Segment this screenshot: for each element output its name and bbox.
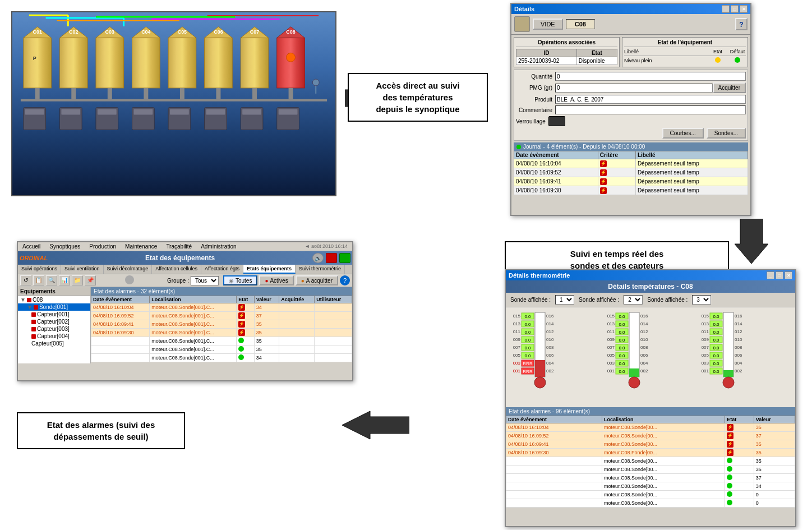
menu-maintenance[interactable]: Maintenance: [121, 242, 162, 251]
subnav-thermometrie[interactable]: Suivi thermométrie: [296, 265, 345, 274]
capteur-status-icon: [31, 327, 36, 331]
menu-production[interactable]: Production: [85, 242, 121, 251]
tb-btn-2[interactable]: 📋: [33, 275, 44, 285]
maximize-button[interactable]: □: [731, 5, 739, 13]
svg-text:004: 004: [735, 361, 742, 366]
alarm-col-user: Utilisateur: [315, 296, 352, 303]
svg-rect-46: [61, 109, 80, 115]
filter-actives[interactable]: ● Actives: [259, 275, 293, 285]
journal-date: 04/08/10 16:09:52: [514, 168, 598, 177]
speaker-icon[interactable]: 🔊: [312, 253, 324, 263]
svg-text:C01: C01: [33, 29, 42, 35]
produit-input[interactable]: [555, 95, 746, 104]
subnav-cellules[interactable]: Affectation cellules: [152, 265, 201, 274]
tb-btn-5[interactable]: 📁: [72, 275, 83, 285]
svg-text:0.0: 0.0: [713, 314, 719, 319]
svg-text:C07: C07: [250, 29, 259, 35]
sonde3-select[interactable]: 312: [692, 295, 711, 305]
thermo-minimize[interactable]: _: [767, 271, 774, 279]
journal-col-date: Date évènement: [514, 151, 598, 159]
courbes-button[interactable]: Courbes...: [662, 128, 704, 139]
critere-icon: ⚡: [600, 187, 607, 194]
svg-rect-24: [144, 88, 148, 99]
journal-date: 04/08/10 16:10:04: [514, 159, 598, 168]
sonde2-select[interactable]: 213: [624, 295, 643, 305]
svg-point-160: [723, 377, 734, 388]
svg-text:0.0: 0.0: [524, 353, 531, 358]
subnav-decolmatage[interactable]: Suivi décolmatage: [104, 265, 153, 274]
subnav-ventilation[interactable]: Suivi ventilation: [61, 265, 104, 274]
tb-btn-3[interactable]: 🔍: [46, 275, 57, 285]
vide-button[interactable]: VIDE: [533, 19, 563, 30]
svg-text:015: 015: [513, 314, 521, 319]
quantite-input[interactable]: [555, 72, 746, 81]
menu-accueil[interactable]: Accueil: [18, 242, 45, 251]
pmg-input[interactable]: [555, 84, 713, 93]
tree-item-capteur004[interactable]: Capteur[004]: [18, 333, 90, 340]
svg-rect-89: [535, 360, 545, 377]
journal-critere: ⚡: [598, 177, 635, 186]
tree-item-capteur002[interactable]: Capteur[002]: [18, 318, 90, 325]
subnav-egts[interactable]: Affectation égts: [201, 265, 243, 274]
tree-header: Equipements: [18, 287, 90, 296]
filter-acquitter[interactable]: ● A acquitter: [296, 275, 338, 285]
svg-text:005: 005: [513, 353, 521, 358]
top-label: Accès direct au suivi des températures d…: [348, 73, 488, 122]
svg-text:0.0: 0.0: [524, 314, 531, 319]
ok-dot: [727, 483, 732, 488]
refresh-button[interactable]: ↺: [20, 275, 31, 285]
svg-text:013: 013: [607, 321, 615, 326]
tree-item-capteur005[interactable]: Capteur[005]: [18, 340, 90, 347]
thermo-close[interactable]: ✕: [785, 271, 792, 279]
subnav-etats[interactable]: Etats équipements: [243, 265, 296, 274]
alarm-icon: ⚡: [238, 321, 245, 328]
alarm-col-acq: Acquittée: [279, 296, 315, 303]
tree-item-sonde001[interactable]: ▼ Sonde[001]: [18, 303, 90, 311]
expand-icon: ▼: [20, 297, 26, 303]
acquitter-button[interactable]: Acquitter: [713, 82, 746, 93]
svg-point-125: [629, 377, 640, 388]
table-row: 04/08/10 16:09:41 ⚡ Dépassement seuil te…: [514, 177, 748, 186]
thermo-maximize[interactable]: □: [776, 271, 783, 279]
sonde1-select[interactable]: 123: [555, 295, 574, 305]
menu-synoptiques[interactable]: Synoptiques: [45, 242, 85, 251]
etat-window: Accueil Synoptiques Production Maintenan…: [17, 241, 353, 381]
svg-text:010: 010: [546, 337, 554, 342]
svg-text:012: 012: [640, 329, 648, 334]
journal-critere: ⚡: [598, 186, 635, 195]
group-select[interactable]: Tous: [191, 276, 219, 285]
svg-text:C02: C02: [69, 29, 78, 35]
etat-time: ◄ août 2010 16:14: [301, 242, 352, 251]
tb-btn-4[interactable]: 📊: [59, 275, 70, 285]
etat-header-title: Etat des équipements: [145, 254, 215, 262]
operations-table: ID Etat 255-2010039-02 Disponible: [516, 49, 617, 65]
tree-item-capteur001[interactable]: Capteur[001]: [18, 311, 90, 318]
help-circle-icon[interactable]: ?: [340, 275, 350, 285]
minimize-button[interactable]: _: [722, 5, 730, 13]
journal-libelle: Dépassement seuil temp: [635, 159, 748, 168]
table-row: moteur.C08.Sonde[00... 34: [506, 482, 795, 491]
menu-administration[interactable]: Administration: [196, 242, 241, 251]
svg-text:009: 009: [702, 337, 709, 342]
help-button[interactable]: ?: [735, 18, 748, 30]
toutes-icon: ◉: [229, 278, 234, 284]
tree-item-capteur003[interactable]: Capteur[003]: [18, 325, 90, 333]
tb-btn-6[interactable]: 📌: [85, 275, 96, 285]
svg-text:008: 008: [546, 345, 554, 350]
thermo-sonde-row: Sonde affichée : 123 Sonde affichée : 21…: [506, 293, 795, 307]
subnav-operations[interactable]: Suivi opérations: [18, 265, 61, 274]
commentaire-input[interactable]: [555, 105, 746, 114]
menu-tracabilite[interactable]: Traçabilité: [162, 242, 196, 251]
svg-text:0.0: 0.0: [524, 338, 531, 343]
svg-text:014: 014: [546, 321, 554, 326]
sondes-button[interactable]: Sondes...: [707, 128, 746, 139]
thermo-titlebar-btns: _ □ ✕: [767, 271, 792, 279]
etat-menubar: Accueil Synoptiques Production Maintenan…: [18, 242, 352, 251]
filter-buttons: ◉ Toutes ● Actives ● A acquitter ?: [223, 275, 350, 285]
filter-toutes[interactable]: ◉ Toutes: [223, 275, 257, 285]
tree-item-c08[interactable]: ▼ C08: [18, 296, 90, 303]
svg-text:001: 001: [513, 368, 521, 374]
close-button[interactable]: ✕: [740, 5, 748, 13]
alarm-icon: [326, 253, 337, 263]
alarm-icon: ⚡: [238, 329, 245, 336]
